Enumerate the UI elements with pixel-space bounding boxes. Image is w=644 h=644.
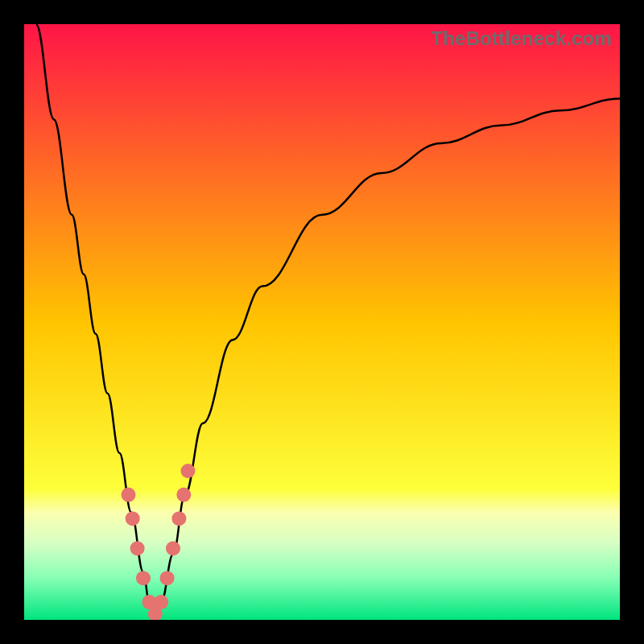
data-point — [176, 488, 191, 502]
plot-area: TheBottleneck.com — [24, 24, 620, 620]
data-points-group — [122, 464, 196, 620]
chart-svg — [24, 24, 620, 620]
data-point — [181, 464, 196, 478]
data-point — [166, 541, 180, 555]
data-point — [130, 541, 145, 555]
data-point — [126, 511, 140, 526]
chart-frame: TheBottleneck.com — [0, 0, 644, 644]
data-point — [122, 488, 136, 502]
data-point — [154, 595, 168, 609]
data-point — [160, 571, 175, 585]
bottleneck-curve — [36, 24, 620, 620]
data-point — [136, 571, 151, 585]
watermark-text: TheBottleneck.com — [431, 27, 612, 50]
data-point — [171, 511, 186, 526]
